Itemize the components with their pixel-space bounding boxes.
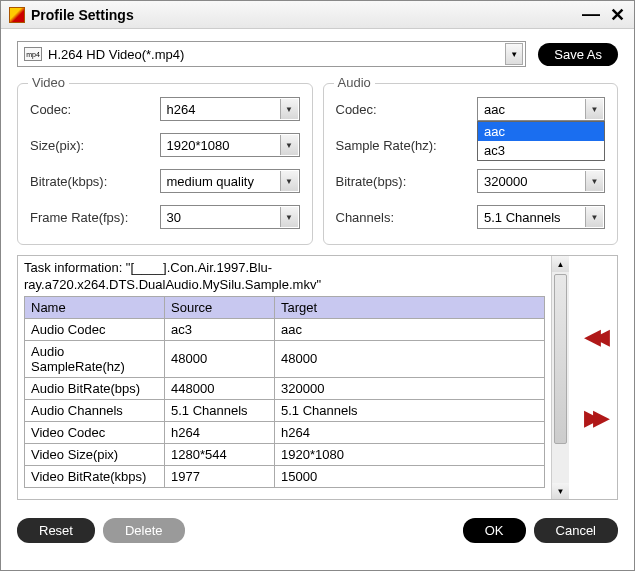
audio-bitrate-label: Bitrate(bps):	[336, 174, 478, 189]
chevron-down-icon: ▼	[280, 207, 298, 227]
bottom-bar: Reset Delete OK Cancel	[1, 510, 634, 551]
minimize-button[interactable]: —	[582, 4, 600, 26]
dropdown-option-ac3[interactable]: ac3	[478, 141, 604, 160]
video-bitrate-value: medium quality	[167, 174, 254, 189]
chevron-down-icon: ▼	[280, 99, 298, 119]
col-target: Target	[275, 296, 545, 318]
scroll-thumb[interactable]	[554, 274, 567, 444]
reset-button[interactable]: Reset	[17, 518, 95, 543]
chevron-down-icon: ▼	[280, 135, 298, 155]
audio-codec-value: aac	[484, 102, 505, 117]
profile-settings-window: Profile Settings — ✕ mp4 H.264 HD Video(…	[0, 0, 635, 571]
table-row: Audio SampleRate(hz)4800048000	[25, 340, 545, 377]
scroll-up-icon[interactable]: ▲	[552, 256, 569, 272]
profile-bar: mp4 H.264 HD Video(*.mp4) ▼ Save As	[1, 29, 634, 75]
table-header-row: Name Source Target	[25, 296, 545, 318]
video-group-title: Video	[28, 75, 69, 90]
task-info-panel: Task information: "[____].Con.Air.1997.B…	[17, 255, 618, 500]
comparison-table: Name Source Target Audio Codecac3aac Aud…	[24, 296, 545, 488]
chevron-down-icon: ▼	[585, 99, 603, 119]
audio-channels-select[interactable]: 5.1 Channels ▼	[477, 205, 605, 229]
table-row: Audio Codecac3aac	[25, 318, 545, 340]
table-row: Video BitRate(kbps)197715000	[25, 465, 545, 487]
audio-group-title: Audio	[334, 75, 375, 90]
video-bitrate-select[interactable]: medium quality ▼	[160, 169, 300, 193]
dropdown-option-aac[interactable]: aac	[478, 122, 604, 141]
format-icon: mp4	[24, 47, 42, 61]
app-icon	[9, 7, 25, 23]
audio-codec-label: Codec:	[336, 102, 478, 117]
video-framerate-value: 30	[167, 210, 181, 225]
ok-button[interactable]: OK	[463, 518, 526, 543]
table-row: Video Codech264h264	[25, 421, 545, 443]
prev-arrow-icon[interactable]: ◀◀	[584, 324, 602, 350]
nav-arrows: ◀◀ ▶▶	[569, 256, 617, 499]
save-as-button[interactable]: Save As	[538, 43, 618, 66]
task-info-text: Task information: "[____].Con.Air.1997.B…	[24, 260, 545, 294]
video-codec-select[interactable]: h264 ▼	[160, 97, 300, 121]
titlebar: Profile Settings — ✕	[1, 1, 634, 29]
scrollbar[interactable]: ▲ ▼	[551, 256, 569, 499]
video-bitrate-label: Bitrate(kbps):	[30, 174, 160, 189]
profile-select[interactable]: mp4 H.264 HD Video(*.mp4) ▼	[17, 41, 526, 67]
video-framerate-select[interactable]: 30 ▼	[160, 205, 300, 229]
audio-codec-select[interactable]: aac ▼ aac ac3	[477, 97, 605, 121]
audio-bitrate-value: 320000	[484, 174, 527, 189]
audio-codec-dropdown: aac ac3	[477, 121, 605, 161]
chevron-down-icon: ▼	[585, 207, 603, 227]
task-info-content: Task information: "[____].Con.Air.1997.B…	[18, 256, 551, 499]
audio-bitrate-select[interactable]: 320000 ▼	[477, 169, 605, 193]
audio-channels-label: Channels:	[336, 210, 478, 225]
video-codec-label: Codec:	[30, 102, 160, 117]
video-framerate-label: Frame Rate(fps):	[30, 210, 160, 225]
delete-button[interactable]: Delete	[103, 518, 185, 543]
table-row: Audio Channels5.1 Channels5.1 Channels	[25, 399, 545, 421]
window-title: Profile Settings	[31, 7, 582, 23]
col-source: Source	[165, 296, 275, 318]
audio-channels-value: 5.1 Channels	[484, 210, 561, 225]
chevron-down-icon: ▼	[585, 171, 603, 191]
next-arrow-icon[interactable]: ▶▶	[584, 405, 602, 431]
video-size-value: 1920*1080	[167, 138, 230, 153]
scroll-down-icon[interactable]: ▼	[552, 483, 569, 499]
audio-group: Audio Codec: aac ▼ aac ac3 Sample Rate(h…	[323, 83, 619, 245]
profile-select-value: H.264 HD Video(*.mp4)	[48, 47, 184, 62]
col-name: Name	[25, 296, 165, 318]
table-row: Video Size(pix)1280*5441920*1080	[25, 443, 545, 465]
chevron-down-icon: ▼	[505, 43, 523, 65]
video-size-label: Size(pix):	[30, 138, 160, 153]
video-group: Video Codec: h264 ▼ Size(pix): 1920*1080…	[17, 83, 313, 245]
table-row: Audio BitRate(bps)448000320000	[25, 377, 545, 399]
cancel-button[interactable]: Cancel	[534, 518, 618, 543]
close-button[interactable]: ✕	[608, 4, 626, 26]
video-size-select[interactable]: 1920*1080 ▼	[160, 133, 300, 157]
video-codec-value: h264	[167, 102, 196, 117]
chevron-down-icon: ▼	[280, 171, 298, 191]
